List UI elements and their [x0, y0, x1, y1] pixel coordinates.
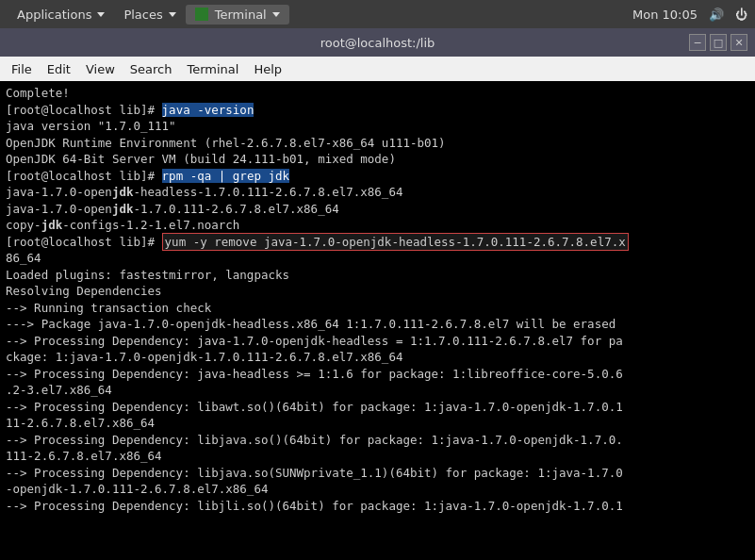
terminal-line: java-1.7.0-openjdk-1.7.0.111-2.6.7.8.el7… — [6, 201, 749, 218]
menu-file[interactable]: File — [4, 59, 40, 79]
places-label: Places — [123, 8, 162, 22]
title-bar: root@localhost:/lib − □ ✕ — [0, 28, 755, 57]
applications-arrow-icon — [97, 12, 105, 17]
terminal-line: --> Processing Dependency: libjava.so()(… — [6, 432, 749, 449]
menu-edit[interactable]: Edit — [40, 59, 78, 79]
terminal-line: --> Processing Dependency: java-1.7.0-op… — [6, 333, 749, 350]
close-button[interactable]: ✕ — [730, 34, 747, 51]
terminal-line: 86_64 — [6, 250, 749, 267]
terminal-line: Complete! — [6, 85, 749, 102]
terminal-body[interactable]: Complete![root@localhost lib]# java -ver… — [0, 81, 755, 560]
maximize-button[interactable]: □ — [710, 34, 727, 51]
menu-search[interactable]: Search — [123, 59, 180, 79]
topbar-right: Mon 10:05 🔊 ⏻ — [632, 8, 747, 22]
terminal-icon — [195, 8, 208, 21]
menu-bar: File Edit View Search Terminal Help — [0, 57, 755, 81]
terminal-line: java version "1.7.0_111" — [6, 118, 749, 135]
terminal-line: --> Processing Dependency: libjli.so()(6… — [6, 498, 749, 515]
power-icon[interactable]: ⏻ — [735, 8, 747, 22]
terminal-line: ckage: 1:java-1.7.0-openjdk-1.7.0.111-2.… — [6, 349, 749, 366]
terminal-window: root@localhost:/lib − □ ✕ File Edit View… — [0, 28, 755, 560]
terminal-line: --> Processing Dependency: java-headless… — [6, 366, 749, 383]
terminal-line: -openjdk-1.7.0.111-2.6.7.8.el7.x86_64 — [6, 481, 749, 498]
terminal-line: 111-2.6.7.8.el7.x86_64 — [6, 448, 749, 465]
menu-help[interactable]: Help — [246, 59, 289, 79]
terminal-line: Resolving Dependencies — [6, 283, 749, 300]
menu-view[interactable]: View — [78, 59, 123, 79]
minimize-button[interactable]: − — [689, 34, 706, 51]
terminal-line: java-1.7.0-openjdk-headless-1.7.0.111-2.… — [6, 184, 749, 201]
places-menu[interactable]: Places — [114, 5, 185, 25]
terminal-label: Terminal — [215, 8, 267, 22]
window-controls: − □ ✕ — [689, 34, 747, 51]
terminal-line: --> Processing Dependency: libawt.so()(6… — [6, 399, 749, 416]
terminal-line: [root@localhost lib]# yum -y remove java… — [6, 234, 749, 251]
terminal-menu[interactable]: Terminal — [186, 5, 289, 25]
terminal-line: 11-2.6.7.8.el7.x86_64 — [6, 415, 749, 432]
terminal-line: OpenJDK 64-Bit Server VM (build 24.111-b… — [6, 151, 749, 168]
terminal-line: --> Running transaction check — [6, 300, 749, 317]
terminal-line: Loaded plugins: fastestmirror, langpacks — [6, 267, 749, 284]
window-title: root@localhost:/lib — [320, 36, 435, 50]
topbar-left: Applications Places Terminal — [8, 5, 289, 25]
terminal-line: [root@localhost lib]# java -version — [6, 102, 749, 119]
clock: Mon 10:05 — [632, 8, 698, 22]
terminal-line: OpenJDK Runtime Environment (rhel-2.6.7.… — [6, 135, 749, 152]
menu-terminal[interactable]: Terminal — [179, 59, 246, 79]
places-arrow-icon — [169, 12, 176, 17]
applications-menu[interactable]: Applications — [8, 5, 114, 25]
volume-icon: 🔊 — [709, 8, 724, 22]
terminal-line: copy-jdk-configs-1.2-1.el7.noarch — [6, 217, 749, 234]
terminal-line: --> Processing Dependency: libjava.so(SU… — [6, 465, 749, 482]
terminal-line: ---> Package java-1.7.0-openjdk-headless… — [6, 316, 749, 333]
terminal-line: .2-3.el7.x86_64 — [6, 382, 749, 399]
terminal-arrow-icon — [272, 12, 280, 17]
terminal-line: [root@localhost lib]# rpm -qa | grep jdk — [6, 168, 749, 185]
system-topbar: Applications Places Terminal Mon 10:05 🔊… — [0, 0, 755, 28]
applications-label: Applications — [17, 8, 91, 22]
